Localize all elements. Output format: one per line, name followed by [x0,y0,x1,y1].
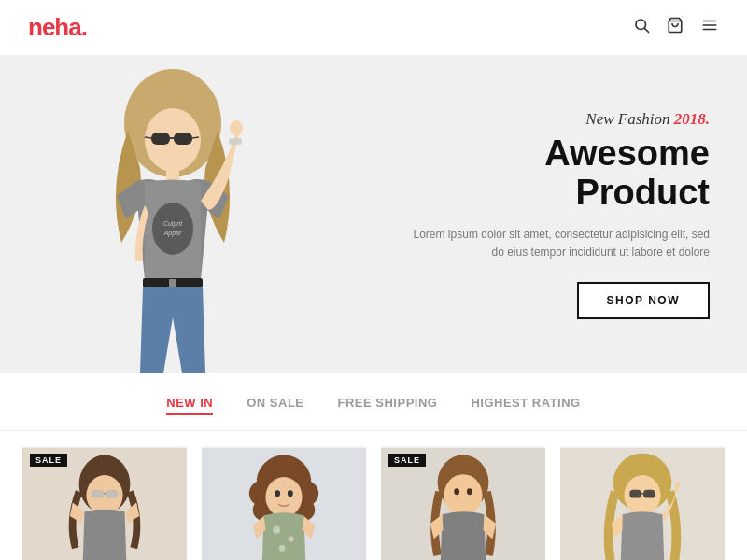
menu-icon[interactable] [700,17,719,38]
svg-point-14 [152,203,193,255]
svg-rect-49 [629,490,641,498]
svg-point-38 [273,526,280,534]
svg-point-19 [230,120,243,135]
svg-point-37 [288,490,293,497]
product-card-4[interactable] [560,446,725,560]
products-section: SALE [0,431,747,560]
svg-point-39 [289,537,294,542]
hero-year: 2018. [674,110,710,128]
svg-rect-24 [91,490,104,498]
header-icons [633,17,719,38]
products-grid: SALE [22,446,725,560]
tab-highest-rating[interactable]: HIGHEST RATING [471,396,580,415]
hero-subtitle: New Fashion 2018. [411,110,710,129]
logo[interactable]: neha. [28,13,87,42]
svg-rect-18 [169,279,176,287]
header: neha. [0,0,747,56]
hero-title: Awesome Product [411,134,710,213]
svg-line-12 [192,137,199,138]
hero-section: Culprit Appar New Fashion 2018. Awesome … [0,56,747,373]
svg-text:Culprit: Culprit [163,220,183,228]
svg-text:Appar: Appar [163,230,182,237]
logo-text: neha [28,13,81,41]
svg-rect-9 [174,133,192,145]
tab-free-shipping[interactable]: FREE SHIPPING [338,396,438,415]
bag-icon[interactable] [667,17,684,38]
svg-point-36 [275,490,280,497]
svg-point-35 [265,477,302,517]
sale-badge-3: SALE [388,454,426,467]
svg-point-40 [279,545,286,552]
hero-content: New Fashion 2018. Awesome Product Lorem … [411,110,710,319]
search-icon[interactable] [633,17,650,38]
tabs-list: NEW IN ON SALE FREE SHIPPING HIGHEST RAT… [166,396,580,415]
svg-point-45 [467,488,472,495]
product-card-3[interactable]: SALE [381,446,545,560]
svg-rect-25 [106,490,119,498]
shop-now-button[interactable]: SHOP NOW [577,282,710,319]
tab-new-in[interactable]: NEW IN [166,396,213,415]
svg-point-48 [624,475,660,515]
svg-line-1 [644,28,648,32]
product-image-4 [560,446,725,560]
svg-rect-8 [151,133,170,145]
svg-rect-50 [643,490,655,498]
svg-rect-20 [229,138,242,145]
svg-point-43 [444,474,482,516]
tabs-section: NEW IN ON SALE FREE SHIPPING HIGHEST RAT… [0,373,747,431]
product-card-2[interactable] [202,446,366,560]
hero-description: Lorem ipsum dolor sit amet, consectetur … [411,226,710,261]
sale-badge-1: SALE [30,454,67,467]
svg-line-11 [145,137,151,138]
product-image-2 [202,446,366,560]
logo-dot: . [81,13,87,41]
svg-point-44 [454,488,459,495]
tab-on-sale[interactable]: ON SALE [247,396,303,415]
hero-image: Culprit Appar [0,56,345,373]
product-card-1[interactable]: SALE [22,446,187,560]
